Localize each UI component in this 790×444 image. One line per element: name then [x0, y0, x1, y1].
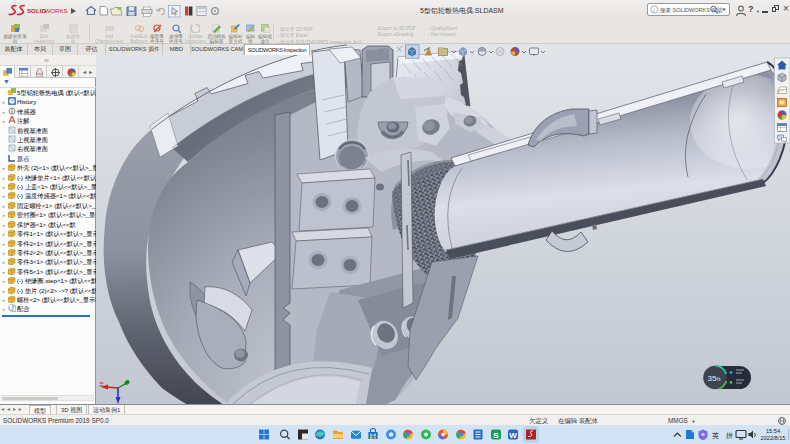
svg-text:搜索 SOLIDWORKS 帮助: 搜索 SOLIDWORKS 帮助 — [660, 7, 723, 14]
svg-text:WORKS: WORKS — [44, 7, 67, 14]
svg-text:W: W — [509, 431, 517, 440]
svg-text:SOLID: SOLID — [27, 7, 46, 14]
svg-text:i: i — [653, 7, 655, 13]
svg-text:S: S — [493, 431, 499, 440]
